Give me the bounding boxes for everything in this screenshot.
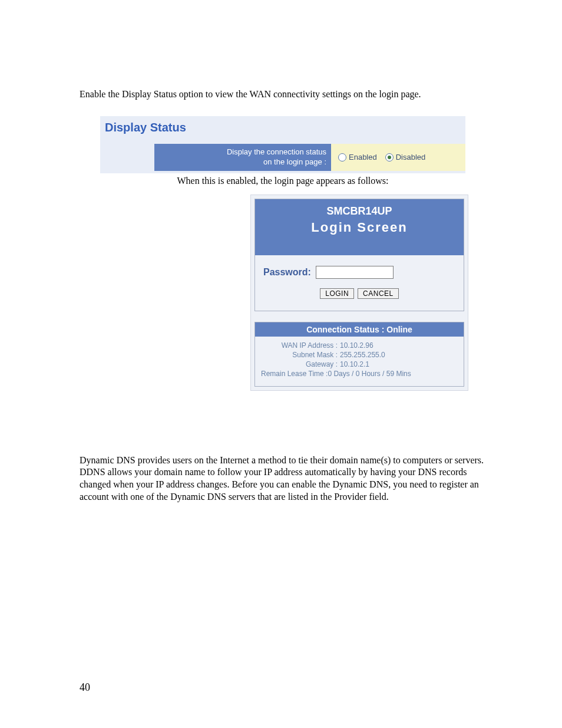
connection-status-box: Connection Status : Online WAN IP Addres… (254, 322, 464, 387)
connection-status-header: Connection Status : Online (255, 322, 464, 337)
display-status-title: Display Status (100, 121, 465, 134)
wan-ip-value: 10.10.2.96 (340, 341, 373, 350)
login-screen-figure: SMCBR14UP Login Screen Password: LOGIN C… (250, 195, 468, 391)
display-status-panel: Display Status Display the connection st… (100, 116, 465, 173)
lease-time-value: 0 Days / 0 Hours / 59 Mins (328, 370, 411, 378)
subnet-mask-value: 255.255.255.0 (340, 351, 385, 359)
gateway-label: Gateway : (261, 360, 340, 368)
disabled-radio[interactable]: Disabled (385, 153, 426, 162)
display-status-label: Display the connection status on the log… (154, 144, 331, 171)
disabled-radio-label: Disabled (396, 153, 426, 162)
password-label: Password: (263, 267, 311, 278)
page-number: 40 (80, 681, 90, 694)
gateway-value: 10.10.2.1 (340, 360, 369, 368)
intro-text: Enable the Display Status option to view… (80, 88, 485, 101)
password-input[interactable] (316, 266, 394, 279)
login-title: Login Screen (263, 220, 455, 235)
enabled-radio[interactable]: Enabled (338, 153, 377, 162)
radio-icon (385, 153, 394, 162)
radio-icon (338, 153, 346, 162)
display-status-options: Enabled Disabled (331, 144, 465, 171)
subnet-mask-label: Subnet Mask : (261, 351, 340, 359)
login-button[interactable]: LOGIN (320, 288, 354, 299)
caption-text: When this is enabled, the login page app… (100, 176, 465, 186)
enabled-radio-label: Enabled (349, 153, 377, 162)
wan-ip-label: WAN IP Address : (261, 341, 340, 350)
ddns-paragraph: Dynamic DNS provides users on the Intern… (80, 454, 485, 503)
cancel-button[interactable]: CANCEL (358, 288, 399, 299)
login-model: SMCBR14UP (263, 205, 455, 218)
lease-time-label: Remain Lease Time : (261, 370, 328, 378)
